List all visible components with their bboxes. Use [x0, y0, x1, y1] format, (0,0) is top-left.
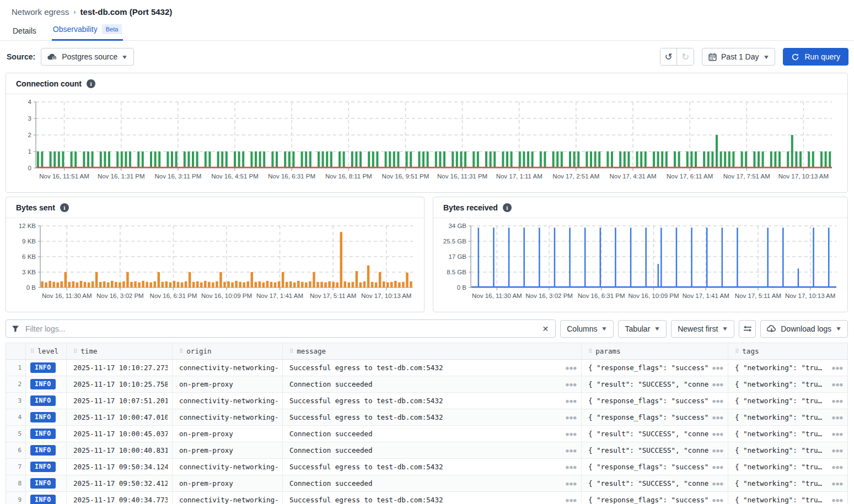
svg-text:Nov 17, 7:51 AM: Nov 17, 7:51 AM — [723, 173, 770, 180]
history-button-group: ↺ ↻ — [660, 48, 694, 66]
params-expand-button[interactable]: ●●● — [712, 497, 724, 503]
params-expand-button[interactable]: ●●● — [712, 481, 724, 486]
bytes-sent-panel: Bytes sent i Nov 16, 11:30 AMNov 16, 3:0… — [6, 197, 425, 312]
connection-count-chart: Nov 16, 11:51 AMNov 16, 1:31 PMNov 16, 3… — [10, 96, 839, 189]
table-header: ⠿level ⠿time ⠿origin ⠿message ⠿params ⠿t… — [6, 343, 847, 360]
tab-observability[interactable]: Observability Beta — [52, 22, 123, 41]
tags-expand-button[interactable]: ●●● — [832, 464, 844, 470]
message-expand-button[interactable]: ●●● — [566, 398, 577, 404]
redo-button[interactable]: ↻ — [677, 48, 694, 65]
source-label: Source: — [7, 52, 35, 61]
params-expand-button[interactable]: ●●● — [712, 415, 724, 420]
table-row[interactable]: 7 INFO 2025-11-17 09:50:34.124 connectiv… — [6, 459, 847, 475]
header-message[interactable]: ⠿message — [283, 343, 582, 359]
bytes-sent-chart: Nov 16, 11:30 AMNov 16, 3:02 PMNov 16, 6… — [10, 220, 420, 308]
message-expand-button[interactable]: ●●● — [566, 497, 577, 503]
time-cell: 2025-11-17 09:50:32.412 — [67, 475, 173, 491]
header-row-number — [6, 343, 26, 359]
log-filter-bar: ✕ Columns ▼ Tabular ▼ Newest first ▼ Dow… — [6, 319, 848, 338]
undo-button[interactable]: ↺ — [660, 48, 677, 65]
tags-expand-button[interactable]: ●●● — [832, 415, 844, 420]
params-expand-button[interactable]: ●●● — [712, 398, 724, 404]
drag-handle-icon[interactable]: ⠿ — [73, 348, 77, 354]
beta-badge: Beta — [102, 24, 122, 34]
message-expand-button[interactable]: ●●● — [566, 448, 577, 453]
tab-details[interactable]: Details — [12, 24, 37, 40]
breadcrumb-section[interactable]: Network egress — [12, 7, 69, 17]
message-expand-button[interactable]: ●●● — [566, 464, 577, 470]
header-tags[interactable]: ⠿tags — [728, 343, 847, 359]
table-row[interactable]: 9 INFO 2025-11-17 09:40:34.773 connectiv… — [6, 492, 847, 504]
header-origin[interactable]: ⠿origin — [173, 343, 283, 359]
header-level[interactable]: ⠿level — [26, 343, 67, 359]
drag-handle-icon[interactable]: ⠿ — [30, 348, 34, 354]
svg-text:12 KB: 12 KB — [19, 223, 36, 229]
clear-filter-button[interactable]: ✕ — [540, 323, 551, 334]
sort-order-dropdown[interactable]: Newest first ▼ — [671, 320, 734, 338]
message-expand-button[interactable]: ●●● — [566, 382, 577, 387]
tags-cell: { "networking": "tru…●●● — [728, 360, 847, 376]
table-row[interactable]: 1 INFO 2025-11-17 10:10:27.273 connectiv… — [6, 360, 847, 376]
date-range-button[interactable]: Past 1 Day ▼ — [702, 48, 775, 66]
panel-title: Connection count — [16, 79, 82, 88]
tags-expand-button[interactable]: ●●● — [832, 382, 844, 387]
svg-text:0 B: 0 B — [26, 284, 36, 291]
tags-expand-button[interactable]: ●●● — [832, 481, 844, 486]
message-expand-button[interactable]: ●●● — [566, 415, 577, 420]
drag-handle-icon[interactable]: ⠿ — [735, 348, 738, 354]
drag-handle-icon[interactable]: ⠿ — [588, 348, 592, 354]
columns-dropdown-label: Columns — [567, 324, 597, 333]
message-expand-button[interactable]: ●●● — [566, 365, 577, 371]
info-icon[interactable]: i — [60, 203, 69, 212]
origin-cell: on-prem-proxy — [173, 442, 283, 458]
info-icon[interactable]: i — [87, 79, 95, 88]
calendar-icon — [708, 53, 717, 61]
tags-expand-button[interactable]: ●●● — [832, 497, 844, 503]
message-cell: Successful egress to test-db.com:5432●●● — [283, 409, 582, 425]
table-row[interactable]: 4 INFO 2025-11-17 10:00:47.010 connectiv… — [6, 409, 847, 426]
source-select[interactable]: Postgres source ▼ — [41, 48, 134, 66]
params-expand-button[interactable]: ●●● — [712, 464, 724, 470]
tags-expand-button[interactable]: ●●● — [832, 398, 844, 404]
table-row[interactable]: 3 INFO 2025-11-17 10:07:51.201 connectiv… — [6, 393, 847, 409]
tags-cell: { "networking": "tru…●●● — [728, 442, 847, 458]
tags-cell: { "networking": "tru…●●● — [728, 426, 847, 442]
swap-columns-button[interactable] — [739, 320, 756, 338]
undo-icon: ↺ — [664, 51, 672, 63]
download-logs-button[interactable]: Download logs ▼ — [760, 320, 848, 338]
level-badge: INFO — [30, 462, 56, 472]
params-expand-button[interactable]: ●●● — [712, 365, 724, 371]
table-row[interactable]: 2 INFO 2025-11-17 10:10:25.758 on-prem-p… — [6, 376, 847, 393]
row-number: 7 — [6, 459, 26, 475]
params-expand-button[interactable]: ●●● — [712, 382, 724, 387]
svg-text:Nov 16, 10:09 PM: Nov 16, 10:09 PM — [628, 292, 679, 299]
params-expand-button[interactable]: ●●● — [712, 431, 724, 437]
columns-dropdown[interactable]: Columns ▼ — [560, 320, 614, 338]
message-expand-button[interactable]: ●●● — [566, 481, 577, 486]
table-row[interactable]: 8 INFO 2025-11-17 09:50:32.412 on-prem-p… — [6, 475, 847, 492]
filter-input[interactable] — [24, 324, 535, 334]
svg-text:Nov 17, 10:13 AM: Nov 17, 10:13 AM — [785, 292, 835, 299]
message-expand-button[interactable]: ●●● — [566, 431, 577, 437]
tags-cell: { "networking": "tru…●●● — [728, 393, 847, 409]
params-expand-button[interactable]: ●●● — [712, 448, 724, 453]
drag-handle-icon[interactable]: ⠿ — [179, 348, 182, 354]
info-icon[interactable]: i — [503, 203, 512, 212]
time-cell: 2025-11-17 10:00:47.010 — [67, 409, 173, 425]
tags-expand-button[interactable]: ●●● — [832, 431, 844, 437]
tags-expand-button[interactable]: ●●● — [832, 448, 844, 453]
time-cell: 2025-11-17 10:07:51.201 — [67, 393, 173, 409]
params-cell: { "response_flags": "success",…●●● — [582, 360, 728, 376]
table-row[interactable]: 5 INFO 2025-11-17 10:00:45.037 on-prem-p… — [6, 426, 847, 442]
table-row[interactable]: 6 INFO 2025-11-17 10:00:40.831 on-prem-p… — [6, 442, 847, 459]
tags-expand-button[interactable]: ●●● — [832, 365, 844, 371]
run-query-button[interactable]: Run query — [783, 48, 848, 66]
drag-handle-icon[interactable]: ⠿ — [289, 348, 293, 354]
header-params[interactable]: ⠿params — [582, 343, 728, 359]
svg-text:9 KB: 9 KB — [22, 238, 36, 245]
message-cell: Successful egress to test-db.com:5432●●● — [283, 393, 582, 409]
view-mode-dropdown[interactable]: Tabular ▼ — [618, 320, 667, 338]
params-cell: { "result": "SUCCESS", "connec…●●● — [582, 442, 728, 458]
svg-text:17 GB: 17 GB — [448, 253, 466, 260]
header-time[interactable]: ⠿time — [67, 343, 173, 359]
